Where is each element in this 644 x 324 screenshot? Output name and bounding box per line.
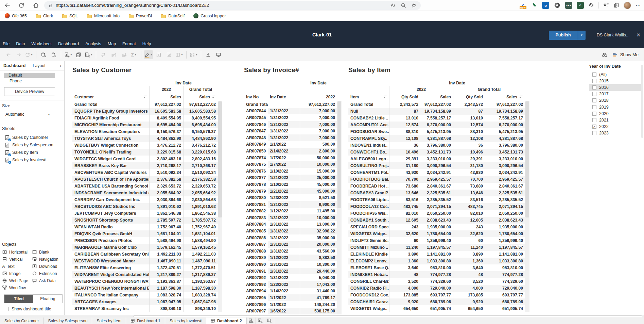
value-cell[interactable]: 4,000	[453, 285, 485, 292]
value-cell[interactable]: 7,000.00	[300, 128, 337, 134]
value-cell[interactable]: 13,010	[389, 115, 420, 122]
value-cell[interactable]: 88,310	[453, 128, 485, 135]
value-cell[interactable]: 1,372,470.51	[183, 264, 218, 271]
menu-app-extension-icon[interactable]: •••	[565, 2, 572, 9]
filter-option-all[interactable]: (All)	[589, 71, 643, 78]
value-cell[interactable]: 45,000.00	[300, 188, 337, 195]
row-label[interactable]: AR007882	[244, 208, 268, 215]
row-label[interactable]: CARIBBEAN Caribbean Secretary Online	[72, 251, 149, 258]
value-cell[interactable]: 148,244.20	[300, 301, 337, 308]
value-cell[interactable]: 29,391	[389, 156, 420, 162]
row-label[interactable]: AR007887	[244, 241, 268, 248]
row-label[interactable]: AR007896	[244, 301, 268, 308]
new-story-button[interactable]	[265, 318, 274, 324]
value-cell[interactable]: 41,769.17	[300, 294, 337, 301]
object-blank[interactable]: Blank	[32, 249, 65, 255]
sort-icon[interactable]	[383, 95, 387, 99]
horizontal-scrollbar-thumb[interactable]	[133, 315, 642, 317]
value-cell[interactable]: 1,935,000.00	[420, 224, 453, 230]
column-header-customer[interactable]: Customer	[72, 93, 149, 101]
value-cell[interactable]: 3,233,010.00	[485, 156, 525, 162]
row-label[interactable]: CONBABY1 South ..	[348, 217, 389, 224]
row-label[interactable]: BRASSKEY Brass Key Bar	[72, 162, 149, 169]
highlight-button[interactable]: ▼	[144, 50, 153, 59]
value-cell[interactable]: 36	[453, 142, 485, 149]
value-cell[interactable]: 12,574	[389, 122, 420, 128]
menu-file[interactable]: File	[3, 42, 10, 46]
value-cell[interactable]: 1/7/2022	[268, 155, 300, 161]
row-label[interactable]: WFAN WFAN Radio	[72, 224, 149, 230]
value-cell[interactable]: 3,476,212.72	[149, 142, 183, 149]
value-cell[interactable]: 1,197,845.57	[485, 244, 525, 251]
bookmark-dataself[interactable]: DataSelf	[161, 14, 185, 18]
value-cell[interactable]: 1,780,654.00	[485, 230, 525, 237]
new-worksheet-button[interactable]	[247, 318, 256, 324]
sheet-tab-sales-by-invoice-[interactable]: Sales by Invoice#	[165, 318, 206, 324]
value-cell[interactable]: 32,620	[389, 230, 420, 237]
value-cell[interactable]: 3,890	[453, 251, 485, 258]
value-cell[interactable]: 774,977.28	[485, 271, 525, 278]
value-cell[interactable]: 13,646	[389, 190, 420, 196]
new-dashboard-button[interactable]	[256, 318, 265, 324]
row-label[interactable]: ELECOMP2 Lenov..	[348, 258, 389, 264]
value-cell[interactable]: 2,071,394.15	[420, 203, 453, 210]
row-label[interactable]: ABCVENTURE ABC Capital Ventures	[72, 169, 149, 176]
value-cell[interactable]: 2,343,572	[453, 101, 485, 108]
more-menu-icon[interactable]: ⋯	[636, 2, 641, 9]
value-cell[interactable]: 1/10/2022	[268, 181, 300, 188]
value-cell[interactable]: 2,800.00	[300, 148, 337, 155]
value-cell[interactable]: 12,108	[453, 135, 485, 142]
value-cell[interactable]: 82,010	[389, 210, 420, 217]
value-cell[interactable]: 538,175.00	[300, 308, 337, 314]
sort-icon[interactable]	[143, 95, 147, 99]
value-cell[interactable]: 1,467,090.11	[183, 258, 218, 264]
value-cell[interactable]: 6,270,000.00	[420, 122, 453, 128]
value-cell[interactable]: 1,083,328.74	[183, 292, 218, 298]
vertical-scrollbar[interactable]	[218, 101, 222, 312]
value-cell[interactable]: 1/31/2022	[268, 248, 300, 255]
value-cell[interactable]: 43,930	[453, 169, 485, 176]
value-cell[interactable]: 82,010	[453, 210, 485, 217]
column-header-sales[interactable]: Sales	[149, 93, 183, 101]
value-cell[interactable]: 3,229,015.68	[149, 149, 183, 156]
value-cell[interactable]: 5,475,213.95	[420, 128, 453, 135]
value-cell[interactable]: 19,734,158.89	[485, 108, 525, 115]
value-cell[interactable]: 1,579,162.45	[149, 244, 183, 251]
row-label[interactable]: Grand Total	[72, 101, 149, 108]
vertical-scrollbar[interactable]	[337, 101, 342, 314]
checkbox-icon[interactable]	[5, 307, 9, 311]
value-cell[interactable]: 29,440.00	[300, 268, 337, 275]
value-cell[interactable]: 83,516	[389, 196, 420, 203]
checkbox-icon[interactable]	[592, 112, 596, 116]
value-cell[interactable]: 243	[453, 224, 485, 230]
row-label[interactable]: CONBABY2 Little ..	[348, 115, 389, 122]
row-label[interactable]: CONCHAIR1 Carav..	[348, 298, 389, 305]
row-label[interactable]: AR007892	[244, 274, 268, 281]
row-label[interactable]: EQUGRP The Equity Group Investors	[72, 108, 149, 115]
value-cell[interactable]: 2,969,425.57	[485, 176, 525, 183]
menu-analysis[interactable]: Analysis	[85, 42, 101, 46]
value-cell[interactable]: 1,217,889.27	[149, 271, 183, 278]
redo-button[interactable]	[14, 50, 23, 59]
value-cell[interactable]: 50,000.00	[300, 155, 337, 161]
row-label[interactable]: CONGRILL Char-Br..	[348, 278, 389, 285]
value-cell[interactable]: 1,197,845.57	[420, 244, 453, 251]
value-cell[interactable]: 1,862,546.38	[183, 210, 218, 217]
row-label[interactable]: Grand Total	[348, 101, 389, 108]
totals-button[interactable]: Σ▼	[129, 50, 138, 59]
value-cell[interactable]: 1,785,507.72	[149, 217, 183, 224]
back-icon[interactable]	[3, 2, 11, 9]
value-cell[interactable]: 500.00	[300, 141, 337, 148]
checkbox-icon[interactable]	[592, 105, 596, 109]
value-cell[interactable]: 7,558,257.17	[420, 115, 453, 122]
row-label[interactable]: PRECISION Precision Photos	[72, 237, 149, 244]
row-label[interactable]: AR007850	[244, 148, 268, 155]
row-label[interactable]: CONKID2 Radio Fl..	[348, 285, 389, 292]
value-cell[interactable]: 17,043.00	[300, 281, 337, 288]
value-cell[interactable]: 2,376,382.58	[183, 176, 218, 183]
floating-button[interactable]: Floating	[33, 295, 62, 303]
value-cell[interactable]: 6,150,576.37	[149, 128, 183, 135]
value-cell[interactable]: 3,452,131.73	[420, 149, 453, 156]
row-label[interactable]: SPECIALORD Spec..	[348, 224, 389, 230]
value-cell[interactable]: 10,496	[389, 149, 420, 156]
